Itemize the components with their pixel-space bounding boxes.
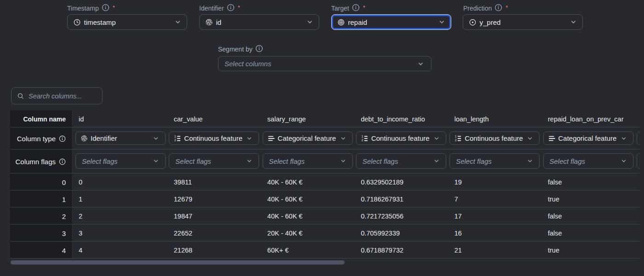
svg-text:1: 1 — [174, 135, 176, 138]
svg-text:1: 1 — [362, 135, 363, 138]
svg-text:2: 2 — [174, 138, 176, 142]
svg-text:1: 1 — [455, 135, 457, 138]
svg-text:2: 2 — [362, 138, 363, 142]
svg-text:2: 2 — [455, 138, 457, 142]
